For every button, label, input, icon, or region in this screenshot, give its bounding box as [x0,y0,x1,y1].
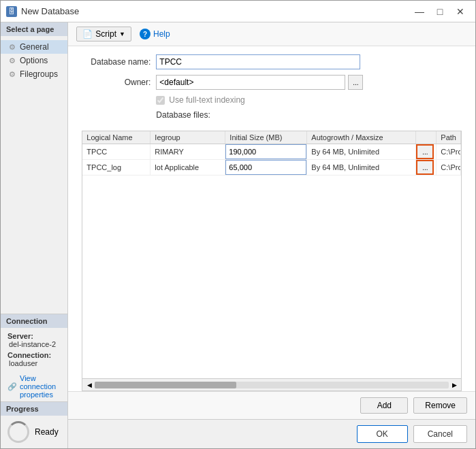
cell-autogrowth-2: By 64 MB, Unlimited [307,160,416,175]
server-label: Server: [7,332,61,340]
cell-path-1: C:\Program Files\ [437,144,461,159]
close-button[interactable]: ✕ [451,4,470,19]
table-row: TPCC RIMARY By 64 MB, Unlimited ... C:\P… [82,144,461,160]
col-header-initial-size: Initial Size (MB) [225,131,307,144]
progress-status: Ready [35,427,59,437]
owner-label: Owner: [79,78,150,87]
remove-button[interactable]: Remove [413,397,467,414]
table-header: Logical Name Iegroup Initial Size (MB) A… [82,131,461,144]
maximize-button[interactable]: □ [430,4,449,19]
cell-filegroup-2: lot Applicable [150,160,225,175]
help-button[interactable]: ? Help [140,29,170,39]
table-row: TPCC_log lot Applicable By 64 MB, Unlimi… [82,160,461,176]
scroll-right-arrow[interactable]: ▶ [449,380,460,390]
view-connection-label: View connection properties [20,374,61,399]
script-icon: 📄 [82,29,93,39]
sidebar-nav: ⚙ General ⚙ Options ⚙ Filegroups [1,36,67,85]
sidebar-item-filegroups[interactable]: ⚙ Filegroups [1,67,67,81]
script-chevron-icon: ▼ [119,31,125,37]
add-button[interactable]: Add [360,397,408,414]
cell-path-2: C:\Program Files\ [437,160,461,175]
db-name-label: Database name: [79,57,150,67]
col-header-logical-name: Logical Name [82,131,150,144]
owner-browse-button[interactable]: ... [348,75,363,90]
server-value: del-instance-2 [7,340,61,348]
title-bar-controls: — □ ✕ [410,4,470,19]
form-area: Database name: Owner: ... Use full-text … [68,46,475,131]
help-label: Help [153,29,170,39]
size-input-2[interactable] [225,160,306,175]
progress-header: Progress [1,402,67,416]
fulltext-label: Use full-text indexing [169,95,244,105]
bottom-toolbar: Add Remove [68,391,475,419]
title-bar: 🗄 New Database — □ ✕ [1,1,475,22]
ok-button[interactable]: OK [357,425,408,443]
fulltext-checkbox[interactable] [156,96,165,105]
sidebar-item-general[interactable]: ⚙ General [1,40,67,54]
main-panel: 📄 Script ▼ ? Help Database name: [68,22,475,448]
progress-section: Progress Ready [1,401,67,448]
owner-row: Owner: ... [79,75,464,90]
script-label: Script [95,29,116,39]
db-files-table: Logical Name Iegroup Initial Size (MB) A… [82,131,462,391]
cell-logical-name-1: TPCC [82,144,150,159]
connection-value: loaduser [7,359,61,367]
progress-area: Ready [1,416,67,448]
main-content: Select a page ⚙ General ⚙ Options ⚙ File… [1,22,475,448]
db-name-input[interactable] [156,54,360,69]
sidebar-item-options[interactable]: ⚙ Options [1,54,67,67]
col-header-path: Path [437,131,461,144]
cancel-button[interactable]: Cancel [413,425,467,443]
table-section: Logical Name Iegroup Initial Size (MB) A… [68,131,475,391]
horizontal-scrollbar[interactable]: ◀ ▶ [82,378,461,390]
owner-input[interactable] [156,75,345,90]
connection-label: Connection: [7,351,61,359]
scroll-left-arrow[interactable]: ◀ [84,380,95,390]
sidebar-item-label-general: General [20,42,49,52]
col-header-autogrowth: Autogrowth / Maxsize [307,131,416,144]
connection-section: Connection Server: del-instance-2 Connec… [1,314,67,401]
toolbar: 📄 Script ▼ ? Help [68,22,475,46]
view-connection-link[interactable]: 🔗 View connection properties [1,371,67,401]
options-icon: ⚙ [9,56,16,65]
connection-info: Server: del-instance-2 Connection: loadu… [1,328,67,371]
cell-filegroup-1: RIMARY [150,144,225,159]
cell-size-1[interactable] [225,144,307,159]
general-icon: ⚙ [9,43,16,52]
col-header-filegroup: Iegroup [150,131,225,144]
db-name-row: Database name: [79,54,464,69]
dialog-footer: OK Cancel [68,419,475,448]
sidebar: Select a page ⚙ General ⚙ Options ⚙ File… [1,22,68,448]
scrollbar-thumb [95,382,236,388]
cell-autogrowth-1: By 64 MB, Unlimited [307,144,416,159]
help-icon: ? [140,29,150,39]
sidebar-item-label-filegroups: Filegroups [20,69,58,79]
table-body: TPCC RIMARY By 64 MB, Unlimited ... C:\P… [82,144,461,378]
progress-spinner [7,421,29,443]
fulltext-row: Use full-text indexing [79,95,464,105]
select-page-header: Select a page [1,22,67,36]
cell-browse-1: ... [416,144,437,159]
browse-path-button-1[interactable]: ... [416,144,434,159]
minimize-button[interactable]: — [410,4,429,19]
connection-header: Connection [1,314,67,328]
script-button[interactable]: 📄 Script ▼ [76,27,131,41]
sidebar-item-label-options: Options [20,56,48,65]
cell-browse-2: ... [416,160,437,175]
title-bar-left: 🗄 New Database [6,6,79,17]
connection-info-row: Connection: loaduser [7,351,61,367]
connection-link-icon: 🔗 [7,382,17,391]
db-files-label: Database files: [79,110,464,120]
window-icon: 🗄 [6,6,17,17]
scrollbar-track[interactable] [95,382,449,388]
new-database-window: 🗄 New Database — □ ✕ Select a page ⚙ Gen… [0,0,476,449]
window-title: New Database [21,6,79,16]
browse-path-button-2[interactable]: ... [416,160,434,175]
filegroups-icon: ⚙ [9,70,16,79]
size-input-1[interactable] [225,144,306,159]
cell-logical-name-2: TPCC_log [82,160,150,175]
col-header-browse [416,131,437,144]
cell-size-2[interactable] [225,160,307,175]
